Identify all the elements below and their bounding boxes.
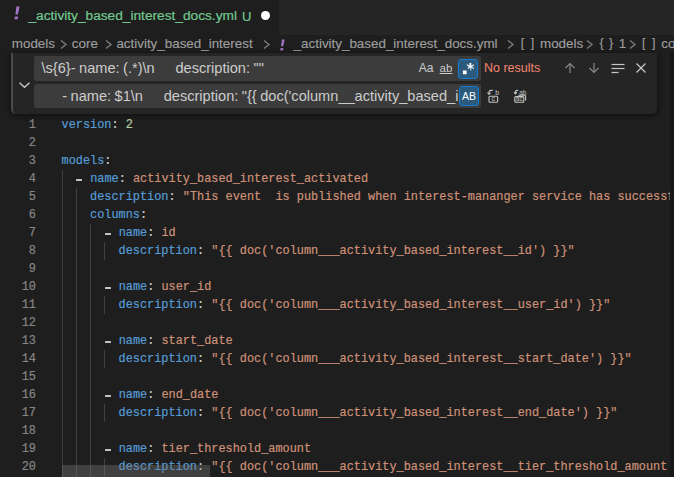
svg-text:c: c <box>492 95 496 102</box>
svg-text:b: b <box>495 89 499 96</box>
svg-text:ac: ac <box>516 95 524 102</box>
